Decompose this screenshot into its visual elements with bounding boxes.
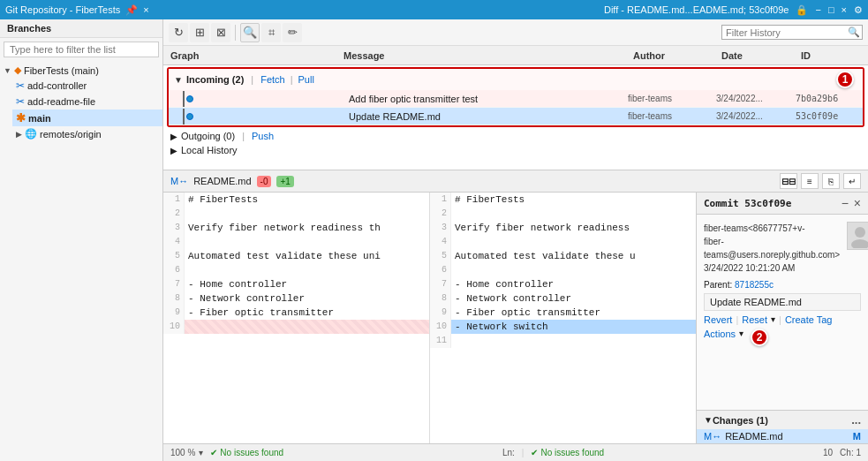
info-close-btn[interactable]: × bbox=[854, 196, 861, 210]
status-bar: 100 % ▾ ✔ No issues found Ln: | ✔ No iss… bbox=[163, 443, 868, 461]
edit-button[interactable]: ✏ bbox=[283, 23, 302, 42]
changes-arrow: ▼ bbox=[704, 415, 713, 425]
zoom-arrow[interactable]: ▾ bbox=[199, 448, 203, 457]
changes-item[interactable]: M↔ README.md M bbox=[697, 429, 868, 443]
title-pin-icon[interactable]: 📌 bbox=[125, 4, 138, 16]
refresh-button[interactable]: ↻ bbox=[169, 23, 188, 42]
incoming-commit-1[interactable]: Add fiber optic transmitter test fiber-t… bbox=[169, 90, 863, 108]
sidebar-item-add-controller[interactable]: ✂ add-controller bbox=[12, 78, 162, 94]
diff-line: 9 - Fiber optic transmitter bbox=[163, 306, 429, 320]
title-bar-left: Git Repository - FiberTests 📌 × bbox=[5, 4, 149, 16]
diff-line: 4 bbox=[430, 235, 696, 249]
changes-status: M bbox=[853, 431, 861, 442]
actions-dropdown-icon[interactable]: ▾ bbox=[739, 329, 743, 346]
branch-label: FiberTests (main) bbox=[24, 65, 99, 76]
svg-point-0 bbox=[855, 227, 865, 238]
commit-id-2: 53c0f09e bbox=[792, 111, 863, 121]
pull-link[interactable]: Pull bbox=[298, 74, 314, 85]
title-close-icon[interactable]: × bbox=[143, 4, 148, 15]
local-history-arrow: ▶ bbox=[170, 146, 177, 155]
inline-btn[interactable]: ≡ bbox=[801, 173, 819, 189]
window-max-btn[interactable]: □ bbox=[828, 4, 834, 15]
check-icon-2: ✔ bbox=[531, 448, 538, 457]
main-container: Branches ▼ ◆ FiberTests (main) ✂ add-con… bbox=[0, 19, 868, 461]
commit-date-2: 3/24/2022... bbox=[713, 111, 792, 121]
create-tag-link[interactable]: Create Tag bbox=[785, 314, 833, 325]
reset-link[interactable]: Reset bbox=[742, 314, 767, 325]
actions-link[interactable]: Actions bbox=[704, 329, 736, 346]
branch-star-icon: ✱ bbox=[16, 111, 26, 125]
title-right: Diff - README.md...EADME.md; 53c0f09e bbox=[604, 4, 789, 15]
title-bar: Git Repository - FiberTests 📌 × Diff - R… bbox=[0, 0, 868, 19]
commit-author-2: fiber-teams bbox=[624, 111, 713, 121]
filter-button[interactable]: ⊠ bbox=[211, 23, 230, 42]
diff-left[interactable]: 1 # FiberTests 2 3 Verify fiber network … bbox=[163, 193, 430, 443]
changes-header[interactable]: ▼ Changes (1) ... bbox=[697, 411, 868, 429]
side-by-side-btn[interactable]: ⊟⊟ bbox=[780, 173, 797, 189]
info-parent: Parent: 8718255c bbox=[704, 280, 861, 290]
reset-dropdown-icon[interactable]: ▾ bbox=[771, 314, 775, 325]
diff-line: 9 - Fiber optic transmitter bbox=[430, 306, 696, 320]
settings-icon[interactable]: ⚙ bbox=[854, 4, 863, 16]
push-link[interactable]: Push bbox=[252, 131, 274, 141]
graph-col-1 bbox=[169, 91, 345, 107]
issues-text-2: No issues found bbox=[540, 448, 604, 457]
zoom-value: 100 % bbox=[170, 448, 195, 457]
col-header-author: Author bbox=[630, 50, 718, 61]
search-button[interactable]: 🔍 bbox=[240, 23, 260, 42]
branch-label: remotes/origin bbox=[40, 129, 102, 140]
info-minimize-btn[interactable]: − bbox=[842, 196, 849, 210]
issues-status-left: ✔ No issues found bbox=[210, 448, 283, 457]
branch-label: add-readme-file bbox=[27, 96, 95, 107]
graph-vis-1 bbox=[183, 91, 193, 107]
diff-panes: 1 # FiberTests 2 3 Verify fiber network … bbox=[163, 193, 696, 443]
sidebar-item-main[interactable]: ✱ main bbox=[12, 110, 162, 126]
fetch-link[interactable]: Fetch bbox=[260, 74, 285, 85]
sidebar-item-fibertests[interactable]: ▼ ◆ FiberTests (main) bbox=[0, 63, 162, 78]
title-left: Git Repository - FiberTests bbox=[5, 4, 120, 15]
local-history-section[interactable]: ▶ Local History bbox=[163, 143, 868, 157]
diff-header: M↔ README.md -0 +1 ⊟⊟ ≡ ⎘ ↵ bbox=[163, 170, 868, 193]
outgoing-section[interactable]: ▶ Outgoing (0) | Push bbox=[163, 129, 868, 143]
window-min-btn[interactable]: − bbox=[815, 4, 820, 15]
branch-filter-input[interactable] bbox=[4, 42, 159, 57]
word-wrap-btn[interactable]: ↵ bbox=[843, 173, 861, 189]
filter-history-input[interactable] bbox=[726, 27, 848, 38]
column-headers: Graph Message Author Date ID bbox=[163, 46, 868, 65]
graph-node bbox=[186, 113, 193, 120]
revert-link[interactable]: Revert bbox=[704, 314, 732, 325]
branch-scissors-icon: ✂ bbox=[16, 79, 25, 92]
info-text: fiber-teams<86677757+v- fiber-teams@user… bbox=[704, 222, 840, 275]
diff-right[interactable]: 1 # FiberTests 2 3 Verify fiber network … bbox=[430, 193, 696, 443]
col-header-message: Message bbox=[340, 50, 630, 61]
zoom-control[interactable]: 100 % ▾ bbox=[170, 448, 203, 457]
sidebar-title: Branches bbox=[0, 19, 162, 38]
sidebar: Branches ▼ ◆ FiberTests (main) ✂ add-con… bbox=[0, 19, 163, 461]
commit-message-2: Update README.md bbox=[345, 111, 624, 122]
view-button[interactable]: ⊞ bbox=[190, 23, 209, 42]
window-close-btn[interactable]: × bbox=[842, 4, 847, 15]
branch-label: add-controller bbox=[27, 80, 87, 91]
diff-line: 6 bbox=[430, 263, 696, 277]
diff-line: 1 # FiberTests bbox=[163, 193, 429, 207]
incoming-commit-2[interactable]: Update README.md fiber-teams 3/24/2022..… bbox=[169, 108, 863, 125]
commit-author-1: fiber-teams bbox=[624, 94, 713, 103]
sidebar-item-add-readme-file[interactable]: ✂ add-readme-file bbox=[12, 94, 162, 110]
removed-badge: -0 bbox=[257, 176, 272, 187]
branch-scissors-icon: ✂ bbox=[16, 95, 25, 108]
annotation-badge-1: 1 bbox=[836, 71, 854, 88]
branch-button[interactable]: ⌗ bbox=[261, 23, 281, 42]
status-separator: | bbox=[522, 448, 525, 457]
copy-btn[interactable]: ⎘ bbox=[822, 173, 840, 189]
remote-icon: 🌐 bbox=[25, 128, 37, 140]
diff-line: 8 - Network controller bbox=[163, 291, 429, 306]
outgoing-label: Outgoing (0) bbox=[181, 131, 235, 141]
parent-label: Parent: bbox=[704, 280, 732, 290]
sidebar-item-remotes[interactable]: ▶ 🌐 remotes/origin bbox=[12, 126, 162, 141]
parent-id-link[interactable]: 8718255c bbox=[735, 280, 774, 290]
graph-line bbox=[183, 91, 185, 107]
repo-icon: ◆ bbox=[14, 64, 21, 76]
annotation-badge-2: 2 bbox=[751, 329, 768, 346]
changes-more-btn[interactable]: ... bbox=[851, 413, 861, 427]
diff-filetype-icon: M↔ bbox=[170, 176, 188, 186]
